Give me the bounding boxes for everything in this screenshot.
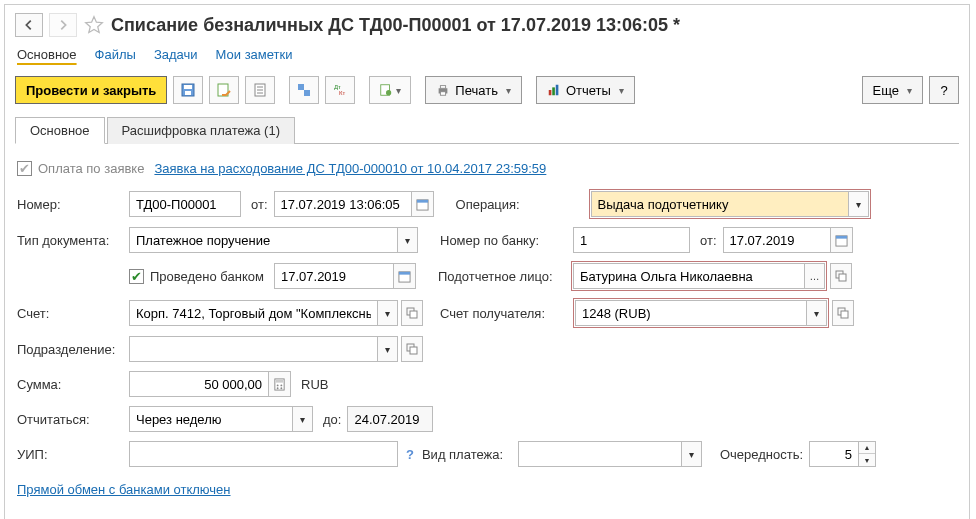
svg-rect-2 <box>185 91 191 95</box>
page-title: Списание безналичных ДС ТД00-П00001 от 1… <box>111 15 680 36</box>
from-label: от: <box>251 197 268 212</box>
date-input[interactable] <box>274 191 412 217</box>
report-label: Отчитаться: <box>17 412 129 427</box>
account-input[interactable] <box>129 300 378 326</box>
paymenttype-input[interactable] <box>518 441 682 467</box>
dept-label: Подразделение: <box>17 342 129 357</box>
person-input[interactable] <box>573 263 805 289</box>
bankdone-label: Проведено банком <box>150 269 274 284</box>
recipientacc-dropdown-button[interactable]: ▾ <box>807 300 827 326</box>
bankdone-calendar-button[interactable] <box>394 263 416 289</box>
help-button[interactable]: ? <box>929 76 959 104</box>
svg-point-37 <box>280 384 282 386</box>
report-dropdown-button[interactable]: ▾ <box>293 406 313 432</box>
pay-by-request-label: Оплата по заявке <box>38 161 144 176</box>
doctype-label: Тип документа: <box>17 233 129 248</box>
svg-rect-19 <box>556 85 559 96</box>
person-select-button[interactable]: … <box>805 263 825 289</box>
svg-rect-27 <box>839 274 846 281</box>
banknum-calendar-button[interactable] <box>831 227 853 253</box>
priority-label: Очередность: <box>720 447 803 462</box>
recipientacc-open-button[interactable] <box>832 300 854 326</box>
svg-rect-18 <box>552 87 555 95</box>
related-button[interactable] <box>289 76 319 104</box>
nav-forward-button[interactable] <box>49 13 77 37</box>
svg-rect-8 <box>298 84 304 90</box>
svg-point-36 <box>277 384 279 386</box>
svg-point-39 <box>280 387 282 389</box>
until-input <box>347 406 433 432</box>
svg-rect-9 <box>304 90 310 96</box>
number-input[interactable] <box>129 191 241 217</box>
paymenttype-label: Вид платежа: <box>422 447 518 462</box>
inner-tab-main[interactable]: Основное <box>15 117 105 144</box>
banknum-from-label: от: <box>700 233 717 248</box>
bankdone-date-input[interactable] <box>274 263 394 289</box>
banknum-input[interactable] <box>573 227 690 253</box>
uip-help-icon[interactable]: ? <box>406 447 414 462</box>
nav-back-button[interactable] <box>15 13 43 37</box>
dept-dropdown-button[interactable]: ▾ <box>378 336 398 362</box>
recipientacc-input[interactable] <box>575 300 807 326</box>
dept-open-button[interactable] <box>401 336 423 362</box>
svg-rect-31 <box>841 311 848 318</box>
operation-input[interactable] <box>591 191 849 217</box>
account-dropdown-button[interactable]: ▾ <box>378 300 398 326</box>
save-button[interactable] <box>173 76 203 104</box>
svg-rect-21 <box>416 199 427 202</box>
favorite-star-icon[interactable] <box>83 14 105 36</box>
bankdone-checkbox[interactable]: ✔ <box>129 269 144 284</box>
svg-text:Кт: Кт <box>339 90 345 96</box>
reports-button[interactable]: Отчеты ▾ <box>536 76 635 104</box>
dtkt-button[interactable]: ДтКт <box>325 76 355 104</box>
svg-rect-23 <box>835 235 846 238</box>
pay-by-request-checkbox: ✔ <box>17 161 32 176</box>
request-link[interactable]: Заявка на расходование ДС ТД00-000010 от… <box>154 161 546 176</box>
person-open-button[interactable] <box>830 263 852 289</box>
date-calendar-button[interactable] <box>412 191 434 217</box>
svg-rect-33 <box>410 347 417 354</box>
banknum-label: Номер по банку: <box>440 233 573 248</box>
uip-input[interactable] <box>129 441 398 467</box>
paymenttype-dropdown-button[interactable]: ▾ <box>682 441 702 467</box>
inner-tab-breakdown[interactable]: Расшифровка платежа (1) <box>107 117 295 144</box>
top-tab-tasks[interactable]: Задачи <box>154 47 198 62</box>
svg-rect-1 <box>184 85 192 89</box>
operation-label: Операция: <box>456 197 589 212</box>
sum-input[interactable] <box>129 371 269 397</box>
top-tab-files[interactable]: Файлы <box>95 47 136 62</box>
top-tab-main[interactable]: Основное <box>17 47 77 62</box>
uip-label: УИП: <box>17 447 129 462</box>
priority-up-button[interactable]: ▲ <box>859 442 875 454</box>
report-input[interactable] <box>129 406 293 432</box>
account-label: Счет: <box>17 306 129 321</box>
priority-spinner[interactable]: ▲ ▼ <box>859 441 876 467</box>
svg-point-38 <box>277 387 279 389</box>
priority-input[interactable] <box>809 441 859 467</box>
document-button[interactable] <box>245 76 275 104</box>
doctype-input[interactable] <box>129 227 398 253</box>
currency-label: RUB <box>301 377 328 392</box>
priority-down-button[interactable]: ▼ <box>859 454 875 466</box>
until-label: до: <box>323 412 341 427</box>
sum-label: Сумма: <box>17 377 129 392</box>
more-button[interactable]: Еще ▾ <box>862 76 923 104</box>
bank-exchange-link[interactable]: Прямой обмен с банками отключен <box>17 482 231 497</box>
svg-rect-16 <box>441 92 446 96</box>
sum-calc-button[interactable] <box>269 371 291 397</box>
create-based-button[interactable]: ▾ <box>369 76 411 104</box>
svg-point-13 <box>386 90 391 95</box>
svg-rect-25 <box>399 271 410 274</box>
top-tab-notes[interactable]: Мои заметки <box>216 47 293 62</box>
banknum-date-input[interactable] <box>723 227 831 253</box>
account-open-button[interactable] <box>401 300 423 326</box>
post-button[interactable] <box>209 76 239 104</box>
post-and-close-button[interactable]: Провести и закрыть <box>15 76 167 104</box>
print-button[interactable]: Печать ▾ <box>425 76 522 104</box>
svg-rect-17 <box>549 90 552 95</box>
dept-input[interactable] <box>129 336 378 362</box>
svg-rect-15 <box>441 86 446 89</box>
doctype-dropdown-button[interactable]: ▾ <box>398 227 418 253</box>
svg-rect-35 <box>276 379 283 382</box>
operation-dropdown-button[interactable]: ▾ <box>849 191 869 217</box>
